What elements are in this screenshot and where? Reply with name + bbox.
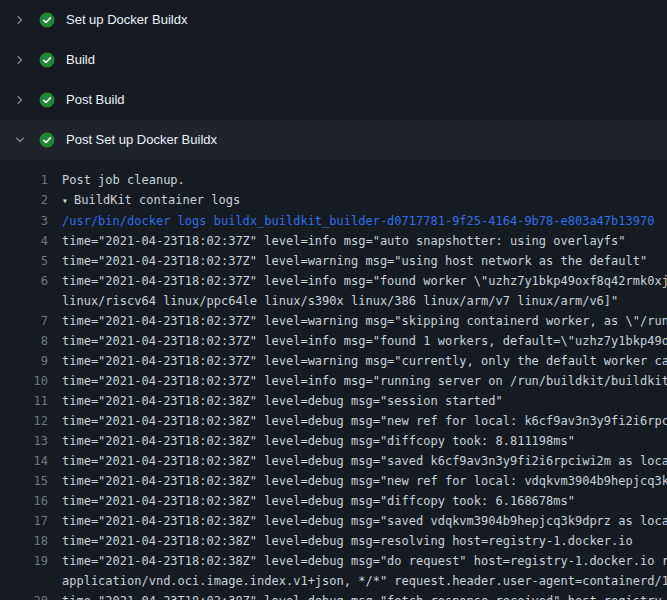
log-line-text-content: time="2021-04-23T18:02:37Z" level=warnin… bbox=[62, 254, 647, 268]
log-line-number[interactable]: 18 bbox=[0, 531, 48, 551]
chevron-right-icon[interactable] bbox=[12, 132, 28, 148]
log-line-text: ▾time="2021-04-23T18:02:37Z" level=warni… bbox=[48, 311, 667, 331]
success-check-icon bbox=[39, 92, 55, 108]
log-line-text: ▾time="2021-04-23T18:02:38Z" level=debug… bbox=[48, 511, 667, 531]
chevron-right-icon[interactable] bbox=[12, 92, 28, 108]
log-line[interactable]: ▾application/vnd.oci.image.index.v1+json… bbox=[0, 571, 667, 591]
log-line[interactable]: 13 ▾time="2021-04-23T18:02:38Z" level=de… bbox=[0, 431, 667, 451]
log-line-text-content: time="2021-04-23T18:02:38Z" level=debug … bbox=[62, 534, 633, 548]
log-line-number[interactable]: 9 bbox=[0, 351, 48, 371]
log-line[interactable]: 12 ▾time="2021-04-23T18:02:38Z" level=de… bbox=[0, 411, 667, 431]
log-line-text-content: /usr/bin/docker logs buildx_buildkit_bui… bbox=[62, 214, 654, 228]
log-line-number[interactable]: 2 bbox=[0, 190, 48, 210]
log-line[interactable]: 11 ▾time="2021-04-23T18:02:38Z" level=de… bbox=[0, 391, 667, 411]
log-line-text: ▾time="2021-04-23T18:02:38Z" level=debug… bbox=[48, 391, 667, 411]
log-line[interactable]: 2 ▾BuildKit container logs bbox=[0, 190, 667, 211]
log-line-text-content: time="2021-04-23T18:02:38Z" level=debug … bbox=[62, 454, 667, 468]
chevron-right-icon[interactable] bbox=[12, 12, 28, 28]
group-toggle-icon[interactable]: ▾ bbox=[62, 195, 68, 206]
chevron-right-icon[interactable] bbox=[12, 52, 28, 68]
log-line-text: ▾time="2021-04-23T18:02:37Z" level=warni… bbox=[48, 251, 667, 271]
log-line-text-content: time="2021-04-23T18:02:37Z" level=info m… bbox=[62, 234, 626, 248]
log-line-text: ▾BuildKit container logs bbox=[48, 190, 667, 211]
log-line-text: ▾/usr/bin/docker logs buildx_buildkit_bu… bbox=[48, 211, 667, 231]
log-line-number[interactable]: 1 bbox=[0, 170, 48, 190]
log-line[interactable]: 9 ▾time="2021-04-23T18:02:37Z" level=war… bbox=[0, 351, 667, 371]
log-line-text-content: time="2021-04-23T18:02:37Z" level=info m… bbox=[62, 374, 667, 388]
log-line-text: ▾time="2021-04-23T18:02:38Z" level=debug… bbox=[48, 491, 667, 511]
log-line[interactable]: 10 ▾time="2021-04-23T18:02:37Z" level=in… bbox=[0, 371, 667, 391]
log-line-text: ▾time="2021-04-23T18:02:37Z" level=warni… bbox=[48, 351, 667, 371]
success-check-icon bbox=[39, 52, 55, 68]
log-line-text: ▾time="2021-04-23T18:02:38Z" level=debug… bbox=[48, 471, 667, 491]
log-line[interactable]: 3 ▾/usr/bin/docker logs buildx_buildkit_… bbox=[0, 211, 667, 231]
log-line[interactable]: 19 ▾time="2021-04-23T18:02:38Z" level=de… bbox=[0, 551, 667, 571]
log-line-text-content: time="2021-04-23T18:02:38Z" level=debug … bbox=[62, 414, 667, 428]
log-line[interactable]: 17 ▾time="2021-04-23T18:02:38Z" level=de… bbox=[0, 511, 667, 531]
log-line-text: ▾time="2021-04-23T18:02:38Z" level=debug… bbox=[48, 411, 667, 431]
log-line-text: ▾linux/riscv64 linux/ppc64le linux/s390x… bbox=[48, 291, 667, 311]
log-line[interactable]: 20 ▾time="2021-04-23T18:02:38Z" level=de… bbox=[0, 591, 667, 600]
step-header[interactable]: Build bbox=[0, 40, 667, 80]
log-line-number[interactable]: 15 bbox=[0, 471, 48, 491]
log-line[interactable]: 5 ▾time="2021-04-23T18:02:37Z" level=war… bbox=[0, 251, 667, 271]
log-line-number[interactable]: 7 bbox=[0, 311, 48, 331]
log-line-number[interactable]: 8 bbox=[0, 331, 48, 351]
step-name: Post Set up Docker Buildx bbox=[66, 132, 217, 148]
success-check-icon bbox=[39, 12, 55, 28]
log-line-text-content: time="2021-04-23T18:02:38Z" level=debug … bbox=[62, 494, 575, 508]
log-line-text: ▾Post job cleanup. bbox=[48, 170, 667, 190]
log-line-number[interactable]: 14 bbox=[0, 451, 48, 471]
log-body: 1 ▾Post job cleanup. 2 ▾BuildKit contain… bbox=[0, 160, 667, 600]
log-line-number[interactable]: 4 bbox=[0, 231, 48, 251]
log-line[interactable]: 1 ▾Post job cleanup. bbox=[0, 170, 667, 190]
log-line-text: ▾time="2021-04-23T18:02:38Z" level=debug… bbox=[48, 591, 667, 600]
log-line-number[interactable]: 13 bbox=[0, 431, 48, 451]
log-line-number[interactable]: 19 bbox=[0, 551, 48, 571]
log-line-text-content: time="2021-04-23T18:02:38Z" level=debug … bbox=[62, 514, 667, 528]
log-line-text-content: time="2021-04-23T18:02:38Z" level=debug … bbox=[62, 394, 503, 408]
step-header[interactable]: Post Set up Docker Buildx bbox=[0, 120, 667, 160]
log-line-number[interactable]: 12 bbox=[0, 411, 48, 431]
success-check-icon bbox=[39, 132, 55, 148]
log-line-number[interactable]: 11 bbox=[0, 391, 48, 411]
log-line-text-content: time="2021-04-23T18:02:37Z" level=info m… bbox=[62, 274, 667, 288]
log-line[interactable]: 4 ▾time="2021-04-23T18:02:37Z" level=inf… bbox=[0, 231, 667, 251]
log-line-text-content: time="2021-04-23T18:02:38Z" level=debug … bbox=[62, 554, 667, 568]
log-line-number[interactable]: 6 bbox=[0, 271, 48, 291]
log-line[interactable]: ▾linux/riscv64 linux/ppc64le linux/s390x… bbox=[0, 291, 667, 311]
log-line-text-content: time="2021-04-23T18:02:38Z" level=debug … bbox=[62, 434, 575, 448]
sections-list: Set up Docker Buildx Build P bbox=[0, 0, 667, 160]
step-name: Set up Docker Buildx bbox=[66, 12, 187, 28]
log-line[interactable]: 16 ▾time="2021-04-23T18:02:38Z" level=de… bbox=[0, 491, 667, 511]
log-line[interactable]: 15 ▾time="2021-04-23T18:02:38Z" level=de… bbox=[0, 471, 667, 491]
log-line[interactable]: 6 ▾time="2021-04-23T18:02:37Z" level=inf… bbox=[0, 271, 667, 291]
log-line-text-content: time="2021-04-23T18:02:37Z" level=warnin… bbox=[62, 314, 667, 328]
log-line-text: ▾time="2021-04-23T18:02:37Z" level=info … bbox=[48, 231, 667, 251]
step-header[interactable]: Post Build bbox=[0, 80, 667, 120]
log-line[interactable]: 7 ▾time="2021-04-23T18:02:37Z" level=war… bbox=[0, 311, 667, 331]
log-line-number[interactable]: 10 bbox=[0, 371, 48, 391]
log-line-text-content: linux/riscv64 linux/ppc64le linux/s390x … bbox=[62, 294, 618, 308]
log-line-text: ▾time="2021-04-23T18:02:38Z" level=debug… bbox=[48, 431, 667, 451]
log-line-text: ▾application/vnd.oci.image.index.v1+json… bbox=[48, 571, 667, 591]
log-line-number[interactable]: 5 bbox=[0, 251, 48, 271]
log-line-text: ▾time="2021-04-23T18:02:38Z" level=debug… bbox=[48, 531, 667, 551]
log-line-text-content: time="2021-04-23T18:02:37Z" level=info m… bbox=[62, 334, 667, 348]
log-line-text-content: Post job cleanup. bbox=[62, 173, 185, 187]
log-line-number[interactable]: 17 bbox=[0, 511, 48, 531]
log-line-text-content: time="2021-04-23T18:02:38Z" level=debug … bbox=[62, 474, 667, 488]
log-line-number[interactable]: 16 bbox=[0, 491, 48, 511]
log-line-text-content: time="2021-04-23T18:02:38Z" level=debug … bbox=[62, 594, 667, 600]
log-line[interactable]: 8 ▾time="2021-04-23T18:02:37Z" level=inf… bbox=[0, 331, 667, 351]
step-header[interactable]: Set up Docker Buildx bbox=[0, 0, 667, 40]
log-line-number[interactable]: 3 bbox=[0, 211, 48, 231]
log-line-text-content: time="2021-04-23T18:02:37Z" level=warnin… bbox=[62, 354, 667, 368]
step-name: Build bbox=[66, 52, 95, 68]
log-line-text: ▾time="2021-04-23T18:02:38Z" level=debug… bbox=[48, 451, 667, 471]
log-line-number[interactable]: 20 bbox=[0, 591, 48, 600]
log-line-text: ▾time="2021-04-23T18:02:37Z" level=info … bbox=[48, 371, 667, 391]
log-line-text: ▾time="2021-04-23T18:02:37Z" level=info … bbox=[48, 331, 667, 351]
log-line[interactable]: 18 ▾time="2021-04-23T18:02:38Z" level=de… bbox=[0, 531, 667, 551]
log-line[interactable]: 14 ▾time="2021-04-23T18:02:38Z" level=de… bbox=[0, 451, 667, 471]
